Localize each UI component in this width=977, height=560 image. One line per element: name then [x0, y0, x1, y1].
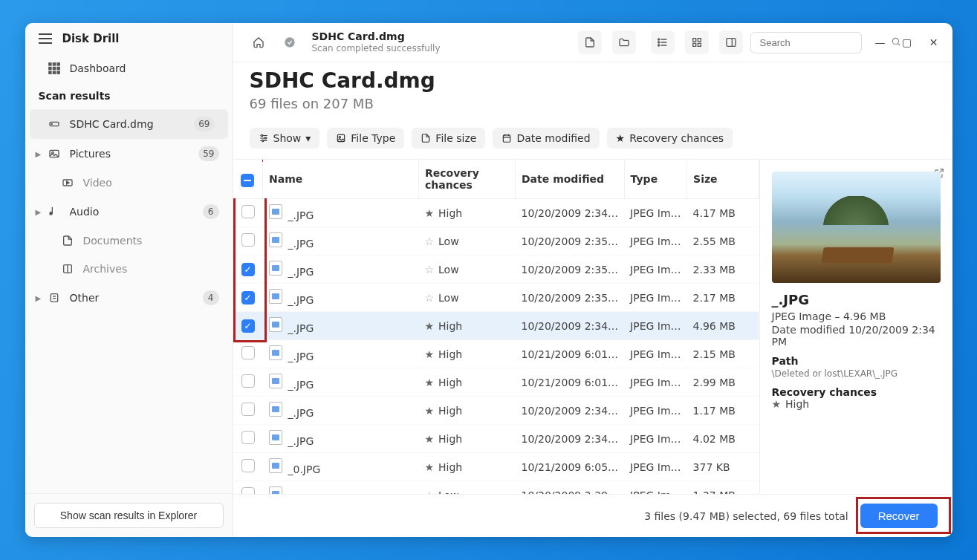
- row-checkbox[interactable]: [241, 233, 255, 247]
- table-row[interactable]: _.JPG★High10/21/2009 6:01…JPEG Im…2.15 M…: [233, 340, 759, 368]
- size-value: 2.33 MB: [687, 255, 759, 284]
- row-checkbox[interactable]: [241, 346, 255, 359]
- chip-recovery-chances[interactable]: ★Recovery chances: [607, 128, 733, 149]
- chevron-right-icon: ▶: [36, 150, 43, 158]
- chevron-right-icon: ▶: [36, 208, 43, 216]
- type-value: JPEG Im…: [624, 312, 687, 340]
- file-name: _.JPG: [288, 379, 314, 391]
- row-checkbox[interactable]: [241, 431, 255, 444]
- maximize-button[interactable]: ▢: [902, 36, 912, 48]
- app-window: Disk Drill Dashboard Scan results SDHC C…: [25, 23, 952, 537]
- svg-rect-6: [48, 71, 52, 74]
- col-type[interactable]: Type: [624, 160, 687, 199]
- sidebar-item-other[interactable]: ▶Other4: [25, 283, 233, 313]
- row-checkbox[interactable]: [241, 319, 255, 333]
- file-name: _.JPG: [288, 209, 314, 221]
- size-value: 1.17 MB: [687, 397, 759, 425]
- size-value: 4.96 MB: [687, 312, 759, 340]
- folder-icon[interactable]: [612, 30, 636, 54]
- row-checkbox[interactable]: [241, 487, 255, 494]
- sidebar-badge: 59: [198, 146, 218, 161]
- svg-rect-29: [698, 43, 701, 46]
- sidebar-item-label: Documents: [83, 235, 143, 247]
- grid-view-icon[interactable]: [685, 30, 709, 54]
- table-row[interactable]: _.JPG★High10/20/2009 2:34…JPEG Im…1.17 M…: [233, 397, 759, 425]
- chip-date-modified[interactable]: Date modified: [493, 128, 599, 149]
- file-jpg-icon: [269, 374, 282, 388]
- panel-view-icon[interactable]: [719, 30, 743, 54]
- svg-rect-8: [56, 71, 60, 74]
- sidebar-item-label: Archives: [83, 263, 128, 275]
- filter-row: Show▾ File Type File size Date modified …: [233, 122, 952, 159]
- sidebar-item-dashboard[interactable]: Dashboard: [25, 54, 233, 82]
- table-row[interactable]: _0.JPG★High10/21/2009 6:05…JPEG Im…377 K…: [233, 453, 759, 481]
- table-row[interactable]: _.JPG★High10/20/2009 2:34…JPEG Im…4.02 M…: [233, 425, 759, 453]
- sidebar-item-label: Pictures: [70, 148, 111, 160]
- sidebar-item-video[interactable]: Video: [25, 169, 233, 197]
- recover-button[interactable]: Recover: [860, 504, 938, 528]
- sidebar-item-audio[interactable]: ▶Audio6: [25, 197, 233, 227]
- file-name: _.JPG: [288, 266, 314, 278]
- sidebar-item-sdhc-card-dmg[interactable]: SDHC Card.dmg69: [30, 109, 228, 139]
- preview-path-label: Path: [772, 355, 941, 367]
- main: SDHC Card.dmg Scan completed successfull…: [233, 23, 952, 537]
- chip-file-size[interactable]: File size: [412, 128, 485, 149]
- search-box[interactable]: [750, 32, 862, 53]
- sidebar-item-label: Audio: [70, 206, 100, 218]
- date-value: 10/20/2009 2:34…: [516, 425, 625, 453]
- file-jpg-icon: [269, 430, 282, 445]
- select-all-checkbox[interactable]: [241, 174, 254, 187]
- table-row[interactable]: _.JPG★High10/20/2009 2:34…JPEG Im…4.17 M…: [233, 199, 759, 227]
- row-checkbox[interactable]: [241, 403, 255, 416]
- star-icon: ★: [425, 207, 435, 219]
- table-row[interactable]: _.JPG☆Low10/20/2009 2:35…JPEG Im…2.17 MB: [233, 284, 759, 312]
- preview-panel: _.JPG JPEG Image – 4.96 MB Date modified…: [759, 160, 952, 494]
- col-recovery[interactable]: Recovery chances: [419, 160, 516, 199]
- svg-rect-40: [338, 134, 345, 141]
- col-name[interactable]: Name: [263, 160, 419, 199]
- show-in-explorer-button[interactable]: Show scan results in Explorer: [34, 503, 224, 528]
- sidebar-footer: Show scan results in Explorer: [25, 493, 233, 537]
- other-icon: [48, 291, 61, 305]
- row-checkbox[interactable]: [241, 291, 255, 305]
- svg-point-24: [658, 42, 659, 43]
- home-icon[interactable]: [247, 30, 270, 54]
- chip-show[interactable]: Show▾: [250, 128, 320, 149]
- table-row[interactable]: _.JPG★High10/20/2009 2:34…JPEG Im…4.96 M…: [233, 312, 759, 340]
- sidebar-item-archives[interactable]: Archives: [25, 255, 233, 283]
- size-value: 1.27 MB: [687, 481, 759, 495]
- svg-point-38: [264, 137, 266, 139]
- chip-file-type[interactable]: File Type: [327, 128, 404, 149]
- row-checkbox[interactable]: [241, 459, 255, 472]
- row-checkbox[interactable]: [241, 263, 255, 276]
- type-value: JPEG Im…: [624, 255, 687, 284]
- table-row[interactable]: _.JPG★High10/21/2009 6:01…JPEG Im…2.99 M…: [233, 368, 759, 397]
- search-input[interactable]: [759, 36, 886, 49]
- minimize-button[interactable]: —: [875, 36, 886, 48]
- preview-rec-value: High: [785, 398, 809, 410]
- row-checkbox[interactable]: [241, 205, 255, 218]
- sidebar-item-documents[interactable]: Documents: [25, 227, 233, 255]
- col-size[interactable]: Size: [687, 160, 759, 199]
- row-checkbox[interactable]: [241, 374, 255, 388]
- table-row[interactable]: _.JPG☆Low10/20/2009 2:35…JPEG Im…2.55 MB: [233, 227, 759, 255]
- file-jpg-icon: [269, 486, 282, 494]
- close-button[interactable]: ✕: [929, 36, 939, 48]
- table-wrap[interactable]: Name Recovery chances Date modified Type…: [233, 160, 759, 494]
- star-icon: ☆: [425, 264, 435, 276]
- svg-rect-27: [698, 39, 701, 42]
- file-name: _.JPG: [288, 435, 314, 447]
- sidebar-item-pictures[interactable]: ▶Pictures59: [25, 139, 233, 169]
- sidebar: Disk Drill Dashboard Scan results SDHC C…: [25, 23, 233, 537]
- date-value: 10/20/2009 2:35…: [516, 227, 625, 255]
- star-icon: ★: [425, 320, 435, 332]
- col-date[interactable]: Date modified: [516, 160, 625, 199]
- sidebar-section-label: Scan results: [25, 82, 233, 109]
- table-row[interactable]: _0.JPG☆Low10/20/2009 2:39…JPEG Im…1.27 M…: [233, 481, 759, 495]
- svg-rect-0: [48, 62, 52, 66]
- list-view-icon[interactable]: [651, 30, 675, 54]
- menu-icon[interactable]: [39, 33, 52, 44]
- star-icon: ★: [425, 377, 435, 388]
- table-row[interactable]: _.JPG☆Low10/20/2009 2:35…JPEG Im…2.33 MB: [233, 255, 759, 284]
- file-icon[interactable]: [578, 30, 602, 54]
